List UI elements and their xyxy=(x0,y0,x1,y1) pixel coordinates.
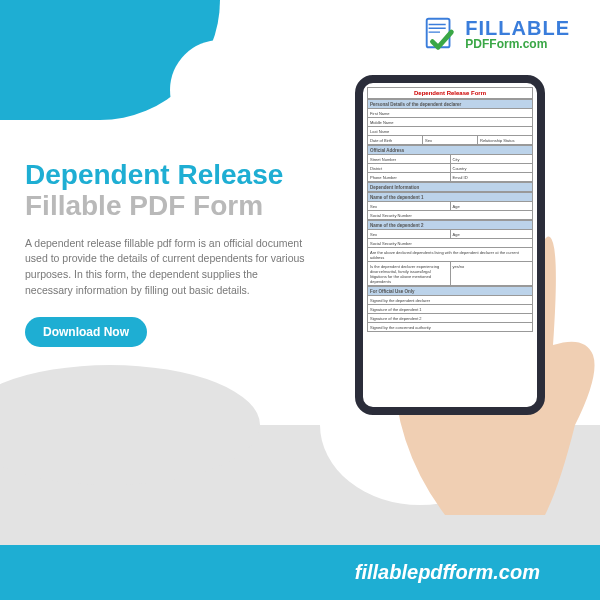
form-row: Date of BirthSexRelationship Status xyxy=(367,136,533,145)
svg-rect-0 xyxy=(427,19,450,48)
form-cell: Social Security Number xyxy=(368,211,533,220)
form-row: Is the dependent declarer experiencing d… xyxy=(367,262,533,286)
logo-line2: PDFForm.com xyxy=(465,38,570,50)
form-cell: Date of Birth xyxy=(368,136,423,145)
decorative-wave-top xyxy=(0,0,220,120)
download-button[interactable]: Download Now xyxy=(25,317,147,347)
form-row: Middle Name xyxy=(367,118,533,127)
footer-bar: fillablepdfform.com xyxy=(0,545,600,600)
logo-icon xyxy=(421,15,459,53)
form-cell: Street Number xyxy=(368,155,451,164)
form-cell: Signature of the dependent 2 xyxy=(368,314,533,323)
form-row: Signed by the concerned authority xyxy=(367,323,533,332)
logo-line1: FILLABLE xyxy=(465,18,570,38)
form-cell: Sex xyxy=(368,202,451,211)
hero-title-line1: Dependent Release xyxy=(25,160,305,191)
form-section-header: Dependent Information xyxy=(367,182,533,192)
form-cell: Social Security Number xyxy=(368,239,533,248)
form-row: Signature of the dependent 1 xyxy=(367,305,533,314)
logo-text: FILLABLE PDFForm.com xyxy=(465,18,570,50)
hero-title-line2: Fillable PDF Form xyxy=(25,191,305,222)
form-preview: Dependent Release Form Personal Details … xyxy=(363,83,537,336)
form-cell: Signed by the concerned authority xyxy=(368,323,533,332)
form-cell: Age xyxy=(451,230,534,239)
form-row: SexAge xyxy=(367,202,533,211)
form-cell: Last Name xyxy=(368,127,533,136)
form-row: Social Security Number xyxy=(367,211,533,220)
form-cell: yes/no xyxy=(451,262,534,286)
form-row: First Name xyxy=(367,109,533,118)
form-row: Signature of the dependent 2 xyxy=(367,314,533,323)
form-cell: Sex xyxy=(423,136,478,145)
form-cell: Relationship Status xyxy=(478,136,533,145)
form-cell: Age xyxy=(451,202,534,211)
form-cell: District xyxy=(368,164,451,173)
form-title: Dependent Release Form xyxy=(367,87,533,99)
footer-url[interactable]: fillablepdfform.com xyxy=(355,561,540,584)
form-cell: Are the above declared dependents living… xyxy=(368,248,533,262)
form-section-header: Personal Details of the dependent declar… xyxy=(367,99,533,109)
form-cell: Middle Name xyxy=(368,118,533,127)
form-row: Street NumberCity xyxy=(367,155,533,164)
form-row: Last Name xyxy=(367,127,533,136)
form-row: DistrictCountry xyxy=(367,164,533,173)
form-cell: Email ID xyxy=(451,173,534,182)
form-section-header: Official Address xyxy=(367,145,533,155)
form-section-header: Name of the dependent 1 xyxy=(367,192,533,202)
brand-logo[interactable]: FILLABLE PDFForm.com xyxy=(421,15,570,53)
form-row: Are the above declared dependents living… xyxy=(367,248,533,262)
form-cell: Country xyxy=(451,164,534,173)
hero-content: Dependent Release Fillable PDF Form A de… xyxy=(25,160,305,347)
form-cell: Signature of the dependent 1 xyxy=(368,305,533,314)
form-cell: First Name xyxy=(368,109,533,118)
phone-mockup: Dependent Release Form Personal Details … xyxy=(325,75,585,505)
form-section-header: For Official Use Only xyxy=(367,286,533,296)
form-cell: Phone Number xyxy=(368,173,451,182)
form-cell: Is the dependent declarer experiencing d… xyxy=(368,262,451,286)
form-cell: City xyxy=(451,155,534,164)
form-row: Social Security Number xyxy=(367,239,533,248)
form-row: Signed by the dependent declarer xyxy=(367,296,533,305)
form-row: Phone NumberEmail ID xyxy=(367,173,533,182)
form-cell: Sex xyxy=(368,230,451,239)
phone-frame: Dependent Release Form Personal Details … xyxy=(355,75,545,415)
form-cell: Signed by the dependent declarer xyxy=(368,296,533,305)
form-row: SexAge xyxy=(367,230,533,239)
hero-description: A dependent release fillable pdf form is… xyxy=(25,236,305,299)
form-section-header: Name of the dependent 2 xyxy=(367,220,533,230)
